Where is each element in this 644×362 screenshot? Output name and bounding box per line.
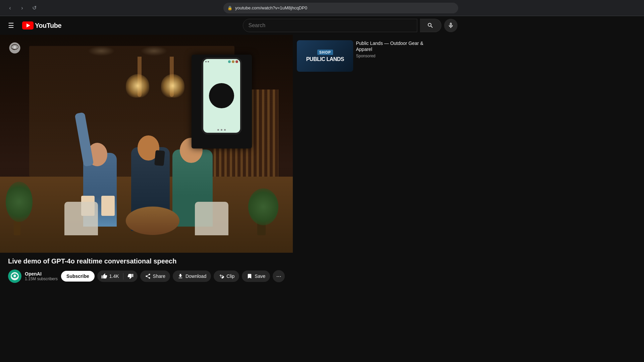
channel-info: OpenAI 1.15M subscribers Subscribe [8, 269, 95, 283]
address-bar[interactable]: 🔒 youtube.com/watch?v=1uM8jhcqDP0 [223, 3, 458, 13]
download-button[interactable]: Download [173, 270, 211, 282]
video-info-bar: Live demo of GPT-4o realtime conversatio… [0, 253, 293, 287]
share-button[interactable]: Share [140, 270, 170, 282]
window-controls [228, 60, 238, 63]
search-icon [427, 22, 434, 29]
video-page-layout: Live demo of GPT-4o realtime conversatio… [0, 35, 428, 362]
save-icon [247, 273, 253, 279]
video-player[interactable] [0, 35, 293, 253]
forward-button[interactable]: › [17, 3, 27, 13]
download-label: Download [185, 274, 206, 279]
pendant-light-1 [126, 74, 149, 98]
video-scene [0, 35, 293, 253]
search-input[interactable] [249, 22, 412, 28]
like-count: 1.4K [109, 274, 119, 279]
bottom-dot-2 [221, 129, 222, 131]
video-title: Live demo of GPT-4o realtime conversatio… [8, 257, 285, 265]
channel-avatar [8, 269, 21, 283]
chair-right [195, 202, 228, 235]
save-label: Save [255, 274, 265, 279]
share-label: Share [153, 274, 165, 279]
channel-name: OpenAI [25, 271, 58, 277]
search-button[interactable] [420, 19, 441, 32]
clip-button[interactable]: Clip [214, 270, 239, 282]
yt-header: ☰ YouTube [0, 16, 644, 35]
rec-channel: Sponsored [356, 54, 424, 58]
back-button[interactable]: ‹ [5, 3, 15, 13]
channel-avatar-icon [8, 269, 21, 283]
save-button[interactable]: Save [242, 270, 270, 282]
chair-left [64, 202, 98, 235]
yt-logo-text: YouTube [35, 22, 61, 29]
public-lands-text: PUBLIC LANDS [306, 56, 344, 62]
public-lands-badge: SHOP [317, 50, 333, 55]
more-options-button[interactable]: ··· [273, 270, 285, 282]
channel-subscribers: 1.15M subscribers [25, 277, 58, 281]
like-button[interactable]: 1.4K [97, 270, 123, 282]
pendant-light-2 [161, 74, 184, 98]
monitor-phone-bottombar [203, 127, 240, 133]
bottom-dot-3 [224, 129, 226, 131]
wall-monitor [192, 55, 252, 148]
plant-left [6, 168, 33, 235]
search-container [67, 19, 633, 32]
like-dislike-group: 1.4K [97, 270, 138, 282]
channel-details: OpenAI 1.15M subscribers [25, 271, 58, 281]
rec-info: Public Lands — Outdoor Gear & Apparel Sp… [356, 40, 424, 72]
browser-chrome: ‹ › ↺ 🔒 youtube.com/watch?v=1uM8jhcqDP0 [0, 0, 644, 16]
rec-thumbnail-public-lands: SHOP PUBLIC LANDS [297, 40, 353, 72]
yt-logo[interactable]: YouTube [22, 21, 61, 29]
lock-icon: 🔒 [227, 6, 232, 10]
rec-title: Public Lands — Outdoor Gear & Apparel [356, 40, 424, 52]
svg-point-2 [13, 46, 16, 49]
clip-label: Clip [226, 274, 234, 279]
hamburger-menu[interactable]: ☰ [5, 19, 17, 32]
youtube-logo-icon [22, 21, 34, 29]
video-actions-bar: OpenAI 1.15M subscribers Subscribe 1.4K [8, 269, 285, 283]
video-main-col: Live demo of GPT-4o realtime conversatio… [0, 35, 293, 362]
mic-icon [447, 22, 454, 29]
dislike-button[interactable] [123, 270, 138, 282]
openai-icon [8, 42, 21, 54]
public-lands-thumb-bg: SHOP PUBLIC LANDS [297, 40, 353, 72]
thumbs-down-icon [127, 273, 133, 279]
refresh-button[interactable]: ↺ [30, 3, 39, 13]
address-bar-url: youtube.com/watch?v=1uM8jhcqDP0 [235, 5, 307, 10]
search-bar[interactable] [243, 19, 417, 32]
monitor-phone-topbar [203, 59, 240, 64]
recommendation-card-public-lands[interactable]: SHOP PUBLIC LANDS Public Lands — Outdoor… [297, 40, 424, 72]
thumbs-up-icon [101, 273, 107, 279]
monitor-phone-display [202, 57, 242, 134]
clip-icon [218, 273, 224, 279]
browser-nav-buttons: ‹ › ↺ [5, 3, 39, 13]
share-icon [145, 273, 151, 279]
openai-logo-overlay [8, 42, 21, 56]
monitor-phone-circle [209, 83, 234, 108]
yt-main: Live demo of GPT-4o realtime conversatio… [0, 35, 644, 362]
more-icon: ··· [276, 273, 281, 280]
bottom-dot-1 [217, 129, 219, 131]
status-indicators [205, 61, 209, 62]
subscribe-button[interactable]: Subscribe [61, 271, 95, 282]
download-icon [177, 273, 183, 279]
recommendations-panel: SHOP PUBLIC LANDS Public Lands — Outdoor… [293, 35, 428, 362]
mic-button[interactable] [444, 19, 458, 32]
plant-right [248, 175, 278, 235]
